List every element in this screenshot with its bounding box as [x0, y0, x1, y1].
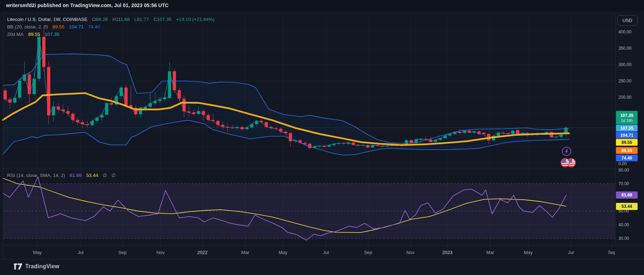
time-axis-label: Sep	[364, 250, 372, 255]
time-axis-label: Jul	[78, 250, 84, 255]
time-axis-label: May	[279, 250, 288, 255]
us-flag-icon	[561, 158, 570, 167]
rsi-legend-row[interactable]: RSI (14, close, SMA, 14, 2) 61.69 53.44 …	[7, 172, 116, 179]
price-badge: 104.71	[616, 132, 638, 139]
lightning-bolt-glyph	[564, 149, 569, 154]
chart-canvas[interactable]	[0, 0, 644, 275]
price-axis-label: 80.00	[618, 168, 629, 173]
time-axis-label: Nov	[156, 250, 164, 255]
price-badge: 89.55	[616, 147, 638, 154]
high-value: 111.68	[116, 17, 130, 22]
price-axis-label: 250.00	[618, 79, 632, 83]
empty-set-icon: ∅	[103, 173, 107, 178]
time-axis-label: Jul	[323, 250, 329, 255]
time-axis-label: Mar	[486, 250, 494, 255]
time-axis-label: May	[524, 250, 533, 255]
price-axis-label: 400.00	[618, 29, 632, 34]
tradingview-logo-icon	[14, 263, 22, 270]
tradingview-published-chart: writersmfd2i published on TradingView.co…	[0, 0, 644, 275]
lightning-event-icon[interactable]	[562, 147, 571, 156]
time-axis-label: 2023	[442, 250, 453, 255]
open-value: 88.26	[96, 17, 108, 22]
rsi-indicator-title: RSI (14, close, SMA, 14, 2)	[7, 173, 65, 178]
ma-indicator-title: 20d MA	[7, 32, 24, 37]
price-badge: 61.69	[616, 192, 638, 199]
time-axis[interactable]: MayJulSepNov2022MarMayJulSepNov2023MarMa…	[0, 245, 615, 259]
price-badge: 89.55	[616, 139, 638, 146]
bb-indicator-title: BB (20, close, 2, 0)	[7, 24, 48, 29]
bb-lower-value: 74.40	[88, 24, 100, 29]
high-label: H	[112, 17, 116, 22]
time-axis-label: Nov	[406, 250, 414, 255]
tradingview-logo[interactable]: TradingView	[14, 263, 59, 270]
low-label: L	[134, 17, 137, 22]
price-axis-label: 0.00	[618, 161, 627, 166]
currency-toggle-button[interactable]: USD	[617, 15, 638, 26]
bb-legend-row[interactable]: BB (20, close, 2, 0) 89.55 104.71 74.40	[7, 23, 214, 31]
symbol-legend-row[interactable]: Litecoin / U.S. Dollar, 1W, COINBASE O88…	[7, 16, 214, 23]
change-value: +19.10 (+21.64%)	[176, 17, 214, 22]
close-label: C	[153, 17, 157, 22]
time-axis-label: Sep	[118, 250, 126, 255]
time-axis-label: Mar	[241, 250, 249, 255]
us-economic-events-icon[interactable]	[561, 158, 576, 167]
tradingview-wordmark: TradingView	[25, 263, 59, 270]
price-axis-label: 70.00	[618, 181, 629, 186]
ma-legend-row[interactable]: 20d MA 89.55 107.35	[7, 31, 214, 38]
empty-set-icon: ∅	[111, 173, 116, 178]
rsi-value: 61.69	[70, 173, 82, 178]
price-axis-label: 350.00	[618, 46, 632, 51]
price-badge: 107.35	[616, 125, 638, 131]
close-value: 107.35	[157, 17, 171, 22]
ma-value-1: 89.55	[28, 32, 40, 37]
price-axis-label: 40.00	[618, 222, 629, 227]
time-axis-label: Jul	[568, 250, 574, 255]
ma-value-2: 107.35	[45, 32, 59, 37]
bb-upper-value: 104.71	[69, 24, 83, 29]
rsi-ma-value: 53.44	[86, 173, 98, 178]
low-value: 81.77	[137, 17, 149, 22]
main-legend: Litecoin / U.S. Dollar, 1W, COINBASE O88…	[7, 16, 214, 38]
bb-basis-value: 89.55	[53, 24, 65, 29]
time-axis-label: 2022	[197, 250, 208, 255]
price-axis-label: 200.00	[618, 95, 632, 100]
symbol-title: Litecoin / U.S. Dollar, 1W, COINBASE	[7, 17, 88, 22]
price-badge: 53.44	[616, 203, 638, 210]
time-axis-label: Sep	[608, 250, 615, 255]
price-axis-label: 300.00	[618, 62, 632, 67]
open-label: O	[92, 17, 96, 22]
price-badge: 107.351d 19h	[616, 111, 638, 124]
price-axis-label: 30.00	[618, 236, 629, 241]
time-axis-label: May	[33, 250, 42, 255]
price-badge: 74.40	[616, 155, 638, 161]
